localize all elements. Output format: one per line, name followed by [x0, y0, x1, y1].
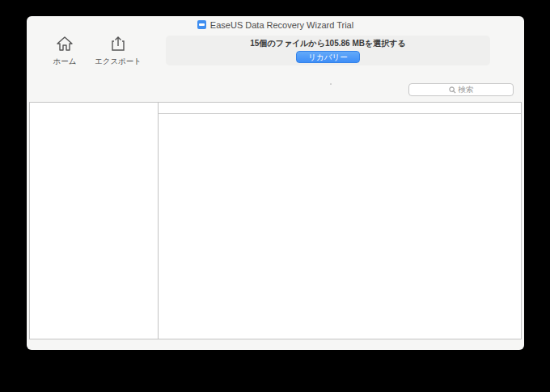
- home-button[interactable]: ホーム: [40, 36, 89, 67]
- window-title: EaseUS Data Recovery Wizard Trial: [210, 20, 353, 30]
- table-header: [159, 103, 521, 114]
- view-switcher: [330, 83, 332, 85]
- filter-controls-row: 検索: [27, 82, 524, 99]
- folder-tree: [30, 103, 159, 339]
- minimize-button[interactable]: [49, 21, 56, 28]
- traffic-lights: [36, 21, 68, 28]
- search-input[interactable]: 検索: [408, 83, 514, 96]
- home-label: ホーム: [40, 57, 89, 67]
- close-button[interactable]: [36, 21, 44, 28]
- content-panel: [29, 102, 522, 339]
- title-bar: EaseUS Data Recovery Wizard Trial: [27, 16, 524, 33]
- search-icon: [449, 86, 456, 94]
- home-icon: [40, 36, 89, 55]
- app-icon: [197, 20, 206, 29]
- file-table: [159, 103, 521, 339]
- export-button[interactable]: エクスポート: [91, 36, 145, 67]
- search-placeholder: 検索: [459, 85, 474, 95]
- export-icon: [91, 36, 145, 55]
- selection-banner: 15個のファイルから105.86 MBを選択する リカバリー: [166, 36, 490, 65]
- toolbar: ホーム エクスポート 15個のファイルから105.86 MBを選択する リカバリ…: [27, 33, 524, 82]
- selection-summary: 15個のファイルから105.86 MBを選択する: [250, 38, 405, 49]
- recover-button[interactable]: リカバリー: [296, 51, 359, 63]
- zoom-button[interactable]: [61, 21, 68, 28]
- app-window: EaseUS Data Recovery Wizard Trial ホーム エク…: [27, 16, 524, 350]
- export-label: エクスポート: [91, 57, 145, 67]
